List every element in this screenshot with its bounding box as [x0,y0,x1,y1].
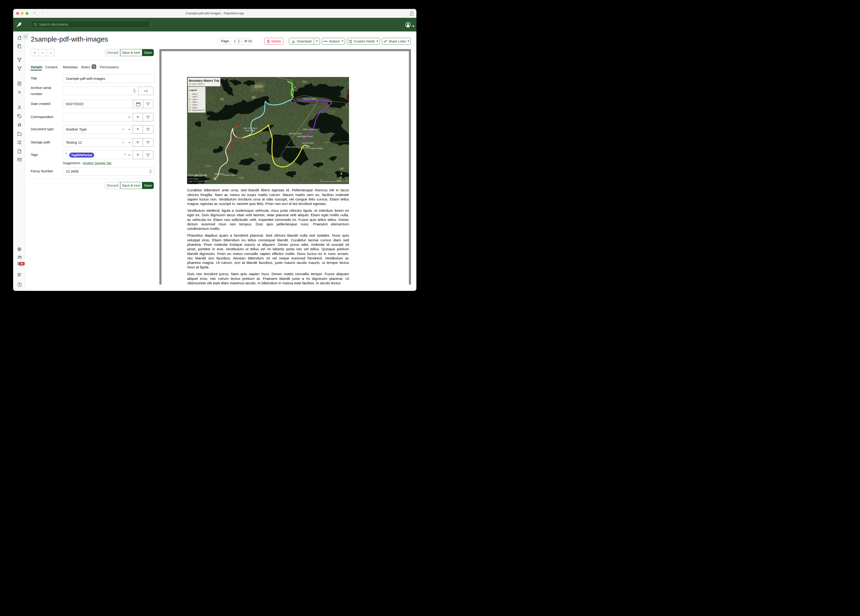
svg-text:Day 2: Day 2 [193,96,198,97]
svg-text:Washington Island: Washington Island [297,135,313,138]
svg-text:Norway Island: Norway Island [298,147,310,149]
svg-text:Day 3: Day 3 [193,98,198,101]
svg-text:Canoe Island: Canoe Island [286,146,297,148]
svg-text:Six days in BWCA: Six days in BWCA [189,83,204,85]
svg-text:N: N [339,176,342,179]
svg-text:3 mi: 3 mi [337,179,341,182]
svg-text:Day 6: Day 6 [193,107,198,109]
svg-text:Mile Island: Mile Island [215,173,224,175]
svg-text:Boundary Waters Trip: Boundary Waters Trip [189,79,220,82]
svg-text:Image © 2017 DigitalGlobe: Image © 2017 DigitalGlobe [188,181,207,182]
svg-text:New York Island: New York Island [243,127,257,129]
svg-text:© 2017 Google: © 2017 Google [188,178,198,180]
svg-text:Gary Island: Gary Island [245,130,255,132]
svg-text:Legend: Legend [189,89,197,91]
svg-text:Indian Grave Island: Indian Grave Island [303,129,319,130]
svg-text:Day 4: Day 4 [193,101,198,103]
svg-text:Half Dog Island: Half Dog Island [289,133,301,135]
svg-text:Entry Point 24: Entry Point 24 [193,109,204,111]
svg-text:Squirrel Island: Squirrel Island [310,148,323,149]
svg-text:Day 1: Day 1 [193,93,198,95]
svg-text:Lincoln Island: Lincoln Island [302,142,314,144]
svg-text:Google Earth: Google Earth [188,173,207,177]
svg-text:Day 5: Day 5 [193,104,198,106]
svg-text:Text: Text [262,141,269,145]
svg-text:Charlies Island: Charlies Island [223,174,236,176]
svg-text:Hausons Island: Hausons Island [303,98,316,100]
